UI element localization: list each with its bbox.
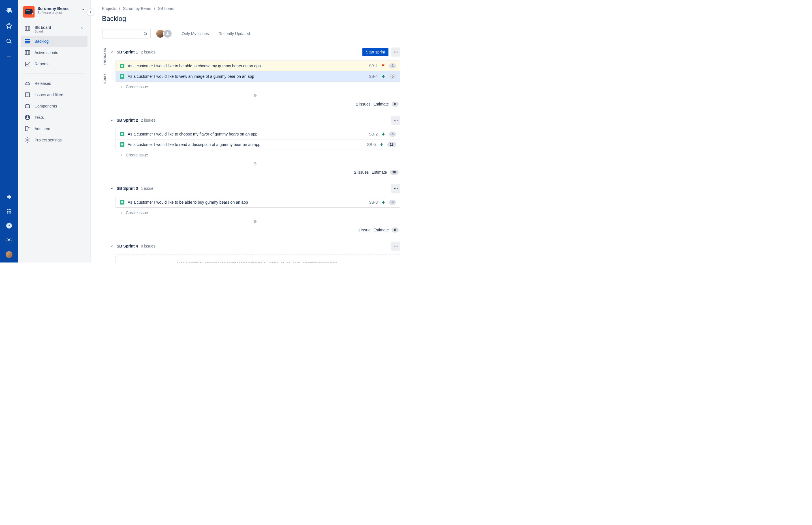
sprint-more-button[interactable] <box>391 242 400 251</box>
breadcrumb-separator: / <box>154 6 155 11</box>
settings-icon[interactable] <box>6 237 13 244</box>
project-switcher[interactable]: ✦ Scrummy Bears Software project <box>21 6 87 22</box>
board-switcher[interactable]: SB board Board <box>21 22 87 36</box>
issue-row[interactable]: As a customer I would like to be able to… <box>116 197 400 207</box>
avatar-unassigned[interactable] <box>163 29 172 38</box>
filter-recently-updated[interactable]: Recently Updated <box>219 31 250 36</box>
jira-icon[interactable] <box>6 7 13 14</box>
story-points-badge: 8 <box>389 200 396 205</box>
issue-key[interactable]: SB-2 <box>369 132 378 136</box>
svg-point-30 <box>394 188 395 189</box>
search-icon[interactable] <box>6 38 13 46</box>
sprint-block: SB Sprint 4 0 issues Plan a sprint by dr… <box>110 240 400 262</box>
empty-sprint-dropzone[interactable]: Plan a sprint by dragging the sprint foo… <box>116 255 400 262</box>
sprint-drag-handle[interactable] <box>110 93 400 98</box>
svg-rect-15 <box>25 41 30 42</box>
svg-point-5 <box>9 211 10 212</box>
sidebar-item-releases[interactable]: Releases <box>21 78 87 89</box>
filter-only-my-issues[interactable]: Only My Issues <box>182 31 209 36</box>
sidebar-item-issues-filters[interactable]: Issues and filters <box>21 89 87 101</box>
sidebar-item-project-settings[interactable]: Project settings <box>21 134 87 146</box>
story-icon <box>120 132 124 136</box>
sprint-more-button[interactable] <box>391 116 400 125</box>
issue-key[interactable]: SB-3 <box>369 200 378 205</box>
sprint-drag-handle[interactable] <box>110 219 400 224</box>
issue-summary: As a customer I would like to read a des… <box>128 142 364 147</box>
issue-row[interactable]: As a customer I would like to choose my … <box>116 129 400 139</box>
project-avatar-icon: ✦ <box>23 6 34 17</box>
sidebar-item-label: Project settings <box>34 138 62 142</box>
create-issue-label: Create issue <box>126 153 148 157</box>
create-issue-link[interactable]: +Create issue <box>110 208 400 218</box>
sidebar-item-components[interactable]: Components <box>21 101 87 112</box>
svg-rect-14 <box>25 39 30 41</box>
breadcrumb-separator: / <box>119 6 120 11</box>
sprint-count: 1 issue <box>141 186 153 191</box>
sidebar-item-backlog[interactable]: Backlog <box>21 36 87 47</box>
start-sprint-button[interactable]: Start sprint <box>362 48 389 56</box>
collapse-sidebar-button[interactable] <box>87 9 94 16</box>
svg-rect-19 <box>26 105 30 108</box>
story-icon <box>120 200 124 205</box>
priority-low-icon <box>381 132 386 136</box>
sprint-header[interactable]: SB Sprint 1 2 issues Start sprint <box>110 46 400 58</box>
sprint-header[interactable]: SB Sprint 3 1 issue <box>110 182 400 195</box>
components-icon <box>24 103 31 109</box>
story-points-badge: 5 <box>389 132 396 137</box>
issue-key[interactable]: SB-4 <box>369 74 378 79</box>
create-issue-link[interactable]: +Create issue <box>110 82 400 92</box>
sprint-count: 2 issues <box>141 118 155 122</box>
tests-icon <box>24 114 31 120</box>
sidebar-item-active-sprints[interactable]: Active sprints <box>21 47 87 58</box>
sprint-header[interactable]: SB Sprint 2 2 issues <box>110 114 400 126</box>
breadcrumb-projects[interactable]: Projects <box>102 6 116 11</box>
svg-point-23 <box>167 32 169 34</box>
chevron-down-icon <box>110 186 114 190</box>
plus-icon: + <box>121 210 123 215</box>
breadcrumb-board[interactable]: SB board <box>158 6 174 11</box>
sidebar-item-label: Tests <box>34 115 44 120</box>
chevron-down-icon <box>110 118 114 122</box>
apps-icon[interactable] <box>6 208 13 215</box>
sprint-name: SB Sprint 4 <box>117 244 138 249</box>
tab-versions[interactable]: VERSIONS <box>102 47 107 67</box>
issue-key[interactable]: SB-5 <box>367 142 376 147</box>
issue-row[interactable]: As a customer I would like to view an im… <box>116 71 400 81</box>
footer-issue-count: 2 issues <box>356 102 370 106</box>
sidebar-item-label: Reports <box>34 62 48 66</box>
sprint-header[interactable]: SB Sprint 4 0 issues <box>110 240 400 252</box>
svg-text:?: ? <box>8 224 10 228</box>
issue-row[interactable]: As a customer I would like to read a des… <box>116 139 400 150</box>
issue-key[interactable]: SB-1 <box>369 64 378 68</box>
sidebar-item-tests[interactable]: Tests <box>21 112 87 123</box>
user-avatar[interactable] <box>6 251 13 258</box>
chevron-down-icon <box>110 244 114 248</box>
breadcrumb-project[interactable]: Scrummy Bears <box>123 6 151 11</box>
sidebar-item-add-item[interactable]: Add item <box>21 123 87 134</box>
create-issue-link[interactable]: +Create issue <box>110 150 400 160</box>
story-points-badge: 5 <box>389 74 396 79</box>
svg-point-26 <box>397 52 398 52</box>
search-input[interactable] <box>102 29 150 39</box>
divider <box>23 74 85 74</box>
sidebar-item-label: Issues and filters <box>34 92 64 97</box>
tab-epics[interactable]: EPICS <box>102 72 107 85</box>
issue-list: As a customer I would like to be able to… <box>116 197 400 208</box>
star-icon[interactable] <box>6 22 13 30</box>
sidebar-item-reports[interactable]: Reports <box>21 58 87 70</box>
sprint-more-button[interactable] <box>391 184 400 193</box>
sprint-drag-handle[interactable] <box>110 161 400 166</box>
help-icon[interactable]: ? <box>6 222 13 230</box>
plus-icon: + <box>121 85 123 89</box>
create-issue-label: Create issue <box>126 85 148 89</box>
sprint-more-button[interactable] <box>391 47 400 57</box>
horn-icon[interactable] <box>6 194 13 201</box>
estimate-badge: 8 <box>392 227 398 232</box>
board-icon <box>24 25 31 31</box>
sprint-footer: 2 issues Estimate 18 <box>110 167 400 180</box>
issue-row[interactable]: As a customer I would like to be able to… <box>116 61 400 71</box>
sprint-footer: 1 issue Estimate 8 <box>110 225 400 238</box>
svg-rect-17 <box>25 51 30 55</box>
plus-icon[interactable] <box>6 54 13 61</box>
svg-point-25 <box>395 52 396 52</box>
